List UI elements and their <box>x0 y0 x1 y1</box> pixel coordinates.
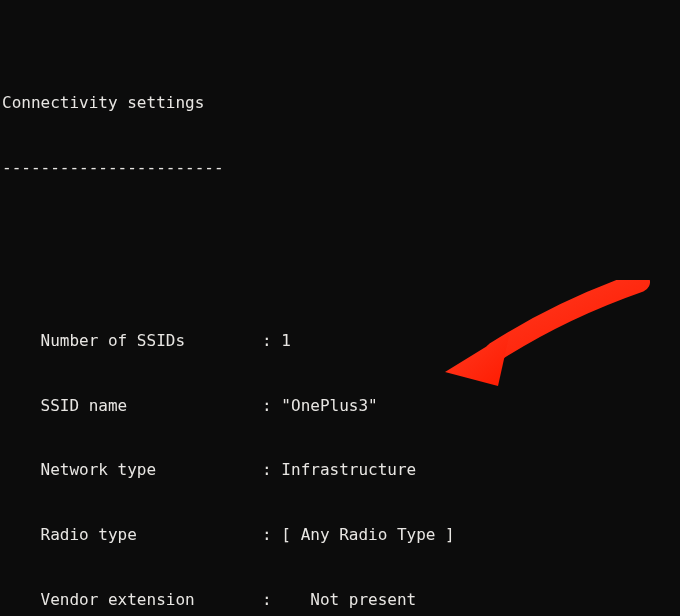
terminal-output: Connectivity settings ------------------… <box>0 0 680 616</box>
kv-label: Vendor extension <box>2 590 252 609</box>
kv-sep: : <box>252 396 281 415</box>
kv-row: Vendor extension : Not present <box>2 589 678 611</box>
kv-label: Network type <box>2 460 252 479</box>
kv-label: Number of SSIDs <box>2 331 252 350</box>
kv-value: Infrastructure <box>281 460 416 479</box>
kv-value: Not present <box>281 590 416 609</box>
kv-value: "OnePlus3" <box>281 396 377 415</box>
kv-label: SSID name <box>2 396 252 415</box>
section-divider: ----------------------- <box>2 157 678 179</box>
kv-value: [ Any Radio Type ] <box>281 525 454 544</box>
kv-value: 1 <box>281 331 291 350</box>
kv-row: SSID name : "OnePlus3" <box>2 395 678 417</box>
kv-row: Network type : Infrastructure <box>2 459 678 481</box>
kv-sep: : <box>252 525 281 544</box>
kv-sep: : <box>252 331 281 350</box>
kv-sep: : <box>252 460 281 479</box>
kv-row: Number of SSIDs : 1 <box>2 330 678 352</box>
kv-label: Radio type <box>2 525 252 544</box>
kv-sep: : <box>252 590 281 609</box>
kv-row: Radio type : [ Any Radio Type ] <box>2 524 678 546</box>
section-title-connectivity: Connectivity settings <box>2 92 678 114</box>
connectivity-block: Number of SSIDs : 1 SSID name : "OnePlus… <box>2 287 678 616</box>
blank-line <box>2 222 678 244</box>
